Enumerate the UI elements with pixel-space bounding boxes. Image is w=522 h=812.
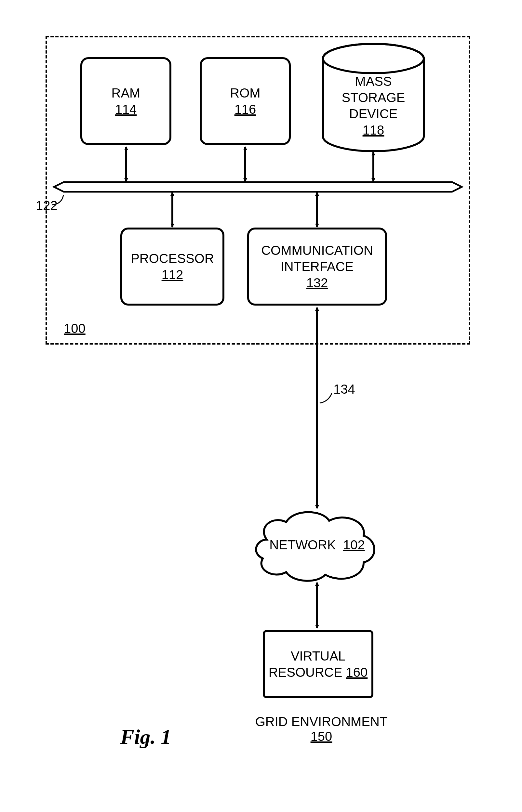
vres-line1: VIRTUAL (291, 648, 345, 664)
rom-ref: 116 (235, 101, 256, 117)
comm-line2: INTERFACE (281, 258, 354, 275)
storage-ref: 118 (323, 122, 424, 138)
comm-interface-box: COMMUNICATION INTERFACE 132 (247, 228, 387, 306)
storage-text: MASS STORAGE DEVICE 118 (323, 73, 424, 138)
vres-line2: RESOURCE (269, 665, 342, 679)
ram-box: RAM 114 (80, 57, 172, 145)
network-ref: 102 (343, 538, 365, 552)
ram-label: RAM (112, 85, 141, 101)
bus-ref: 122 (36, 198, 58, 213)
comm-ref: 132 (306, 275, 328, 291)
figure-caption: Fig. 1 (120, 725, 171, 749)
vres-line2-wrap: RESOURCE 160 (269, 664, 368, 680)
rom-label: ROM (230, 85, 260, 101)
network-text: NETWORK 102 (263, 538, 371, 552)
computer-ref: 100 (64, 321, 85, 336)
storage-line1: MASS (323, 73, 424, 89)
vres-ref: 160 (346, 665, 368, 679)
grid-ref: 150 (237, 729, 406, 744)
diagram-canvas: 100 RAM 114 ROM 116 MASS STORAGE DEVICE … (0, 0, 522, 812)
processor-ref: 112 (162, 267, 183, 283)
grid-label: GRID ENVIRONMENT (237, 714, 406, 729)
storage-line3: DEVICE (323, 106, 424, 122)
ram-ref: 114 (115, 101, 137, 117)
grid-env-label: GRID ENVIRONMENT 150 (237, 714, 406, 744)
storage-line2: STORAGE (323, 89, 424, 106)
rom-box: ROM 116 (200, 57, 291, 145)
comm-line1: COMMUNICATION (261, 242, 373, 258)
virtual-resource-box: VIRTUAL RESOURCE 160 (263, 630, 374, 698)
link-ref: 134 (333, 382, 355, 397)
processor-box: PROCESSOR 112 (120, 228, 224, 306)
network-label: NETWORK (269, 538, 336, 552)
processor-label: PROCESSOR (131, 250, 214, 267)
